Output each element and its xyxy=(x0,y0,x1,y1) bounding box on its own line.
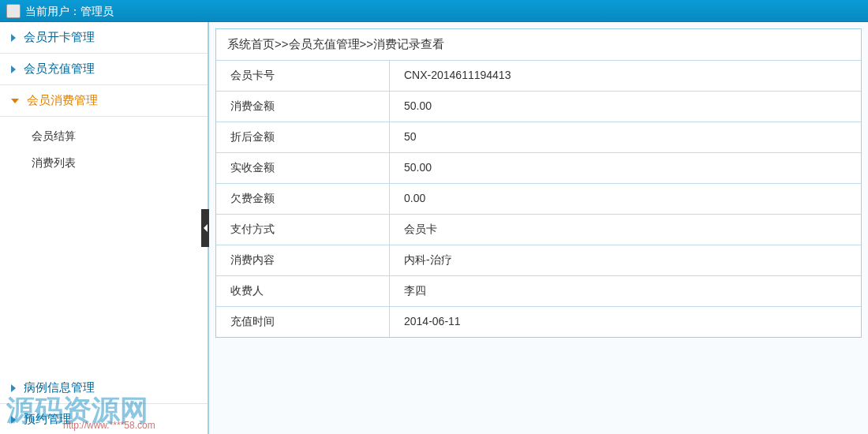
detail-table: 会员卡号CNX-2014611194413 消费金额50.00 折后金额50 实… xyxy=(216,61,861,337)
table-row: 欠费金额0.00 xyxy=(216,184,861,215)
row-label: 折后金额 xyxy=(216,122,390,152)
chevron-right-icon xyxy=(11,416,16,424)
row-label: 收费人 xyxy=(216,276,390,306)
row-value: 内科-治疗 xyxy=(390,245,861,275)
main-layout: 会员开卡管理 会员充值管理 会员消费管理 会员结算 消费列表 病例信息管理 预约… xyxy=(0,22,868,434)
table-row: 充值时间2014-06-11 xyxy=(216,307,861,337)
row-label: 消费内容 xyxy=(216,245,390,275)
row-value: 会员卡 xyxy=(390,215,861,245)
chevron-right-icon xyxy=(11,34,16,42)
current-user-label: 当前用户：管理员 xyxy=(25,0,114,22)
sidebar-item-label: 会员充值管理 xyxy=(24,62,95,77)
row-value: 50.00 xyxy=(390,92,861,122)
breadcrumb-text: 系统首页>>会员充值管理>>消费记录查看 xyxy=(227,37,444,51)
collapse-sidebar-handle[interactable] xyxy=(201,209,209,247)
row-value: 李四 xyxy=(390,276,861,306)
row-label: 充值时间 xyxy=(216,307,390,337)
sidebar-item-case-info[interactable]: 病例信息管理 xyxy=(0,372,208,404)
row-label: 实收金额 xyxy=(216,153,390,183)
sidebar-sub-consume-list[interactable]: 消费列表 xyxy=(32,150,208,177)
detail-panel: 系统首页>>会员充值管理>>消费记录查看 会员卡号CNX-20146111944… xyxy=(215,28,862,338)
row-label: 支付方式 xyxy=(216,215,390,245)
sidebar-item-label: 预约管理 xyxy=(24,412,71,427)
row-value: 2014-06-11 xyxy=(390,307,861,337)
sidebar-item-recharge[interactable]: 会员充值管理 xyxy=(0,54,208,85)
row-label: 会员卡号 xyxy=(216,61,390,91)
row-value: 50.00 xyxy=(390,153,861,183)
chevron-down-icon xyxy=(11,99,19,103)
table-row: 支付方式会员卡 xyxy=(216,215,861,245)
table-row: 消费金额50.00 xyxy=(216,92,861,122)
sidebar-item-label: 会员消费管理 xyxy=(27,93,98,108)
sidebar-item-label: 会员开卡管理 xyxy=(24,30,95,45)
table-row: 收费人李四 xyxy=(216,276,861,307)
app-icon xyxy=(6,4,21,18)
row-label: 消费金额 xyxy=(216,92,390,122)
content-area: 系统首页>>会员充值管理>>消费记录查看 会员卡号CNX-20146111944… xyxy=(209,22,868,434)
row-label: 欠费金额 xyxy=(216,184,390,214)
chevron-right-icon xyxy=(11,384,16,392)
header-bar: 当前用户：管理员 xyxy=(0,0,868,22)
table-row: 实收金额50.00 xyxy=(216,153,861,184)
table-row: 折后金额50 xyxy=(216,122,861,153)
sidebar-sub-settlement[interactable]: 会员结算 xyxy=(32,123,208,150)
row-value: 50 xyxy=(390,122,861,152)
row-value: CNX-2014611194413 xyxy=(390,61,861,91)
sidebar: 会员开卡管理 会员充值管理 会员消费管理 会员结算 消费列表 病例信息管理 预约… xyxy=(0,22,209,434)
breadcrumb: 系统首页>>会员充值管理>>消费记录查看 xyxy=(216,29,861,61)
sidebar-item-card-open[interactable]: 会员开卡管理 xyxy=(0,22,208,54)
sidebar-item-appointment[interactable]: 预约管理 xyxy=(0,404,208,434)
sidebar-sub-label: 会员结算 xyxy=(32,129,76,142)
table-row: 消费内容内科-治疗 xyxy=(216,245,861,276)
sidebar-item-label: 病例信息管理 xyxy=(24,380,95,395)
chevron-right-icon xyxy=(11,65,16,73)
table-row: 会员卡号CNX-2014611194413 xyxy=(216,61,861,92)
sidebar-sub-label: 消费列表 xyxy=(32,156,76,169)
sidebar-submenu: 会员结算 消费列表 xyxy=(0,117,208,183)
sidebar-item-consume[interactable]: 会员消费管理 xyxy=(0,85,208,117)
row-value: 0.00 xyxy=(390,184,861,214)
